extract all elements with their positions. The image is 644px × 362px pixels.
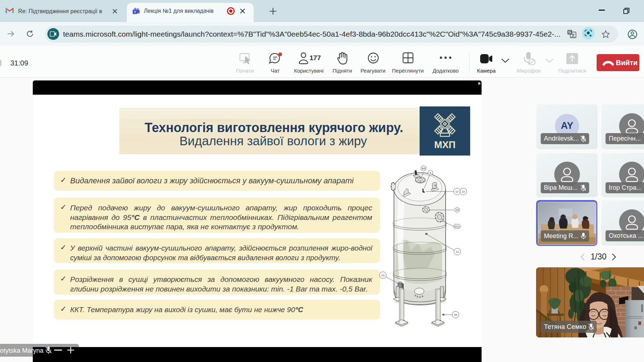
svg-text:13: 13 [381,274,385,277]
svg-text:МХП: МХП [434,140,456,150]
svg-text:T: T [134,10,136,14]
svg-text:05: 05 [454,313,457,316]
svg-text:6: 6 [430,171,431,174]
svg-text:12: 12 [456,250,459,253]
svg-text:N5: N5 [422,167,426,170]
svg-text:SG1: SG1 [454,225,460,228]
svg-text:22: 22 [462,190,465,193]
svg-text:12: 12 [456,190,459,193]
svg-text:G: G [568,30,571,34]
svg-text:15: 15 [456,208,459,211]
